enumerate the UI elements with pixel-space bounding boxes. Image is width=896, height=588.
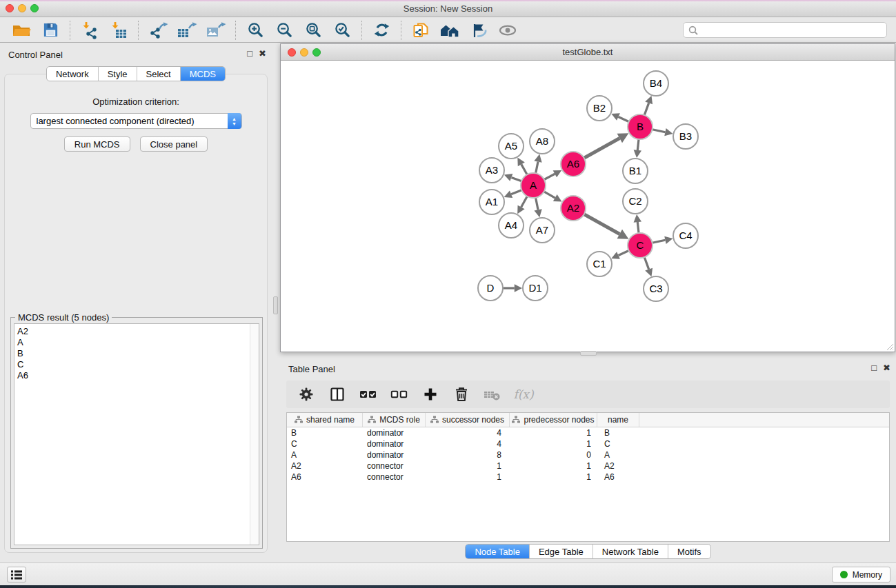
- graph-edge-C-C2[interactable]: [634, 214, 641, 233]
- cell-name[interactable]: A: [597, 450, 639, 460]
- graph-edge-A-A2[interactable]: [544, 192, 562, 202]
- resize-grip-icon[interactable]: [886, 343, 894, 351]
- tab-motifs[interactable]: Motifs: [668, 545, 710, 558]
- cell-predecessor-nodes[interactable]: 1: [510, 439, 597, 449]
- zoom-in-icon[interactable]: [241, 19, 270, 41]
- close-panel-icon[interactable]: ✖: [883, 363, 890, 373]
- graph-edge-A6-B[interactable]: [584, 133, 629, 158]
- graph-node-A2[interactable]: A2: [561, 196, 586, 221]
- graph-edge-A-A1[interactable]: [504, 190, 522, 198]
- graph-node-C[interactable]: C: [628, 233, 653, 258]
- graph-node-A4[interactable]: A4: [499, 213, 524, 238]
- column-header-name[interactable]: name: [597, 413, 639, 427]
- show-columns-icon[interactable]: [327, 384, 348, 405]
- delete-columns-icon[interactable]: [451, 384, 472, 405]
- graph-edge-A2-C[interactable]: [584, 214, 629, 239]
- cell-predecessor-nodes[interactable]: 1: [510, 472, 597, 482]
- eye-icon[interactable]: [493, 19, 522, 41]
- graph-edge-A-A5[interactable]: [517, 158, 527, 175]
- graph-node-A5[interactable]: A5: [499, 134, 524, 159]
- graph-edge-B-B3[interactable]: [653, 128, 673, 136]
- hide-flag-icon[interactable]: [464, 19, 493, 41]
- cell-shared-name[interactable]: A6: [287, 472, 363, 482]
- memory-button[interactable]: Memory: [832, 567, 890, 582]
- cell-successor-nodes[interactable]: 1: [426, 461, 510, 471]
- add-column-icon[interactable]: [420, 384, 441, 405]
- graph-node-C1[interactable]: C1: [587, 252, 612, 276]
- scrollbar-track[interactable]: [250, 324, 259, 545]
- horizontal-splitter-handle[interactable]: [580, 351, 597, 356]
- graph-edge-A-A4[interactable]: [517, 196, 527, 214]
- cell-predecessor-nodes[interactable]: 1: [510, 461, 597, 471]
- column-header-mcds-role[interactable]: MCDS role: [363, 413, 426, 427]
- select-all-icon[interactable]: [358, 384, 379, 405]
- close-panel-button[interactable]: Close panel: [140, 136, 208, 152]
- graph-edge-B-B2[interactable]: [611, 113, 628, 121]
- graph-node-D1[interactable]: D1: [523, 276, 548, 301]
- tab-select[interactable]: Select: [137, 67, 181, 81]
- cell-predecessor-nodes[interactable]: 1: [510, 428, 597, 438]
- column-header-shared-name[interactable]: shared name: [287, 413, 363, 427]
- graph-edge-B-B1[interactable]: [634, 139, 641, 158]
- graph-edge-B-B4[interactable]: [644, 96, 653, 115]
- column-header-predecessor-nodes[interactable]: predecessor nodes: [510, 413, 597, 427]
- table-row[interactable]: Adominator80A: [287, 449, 889, 460]
- cell-successor-nodes[interactable]: 1: [426, 472, 510, 482]
- cell-shared-name[interactable]: A: [287, 450, 363, 460]
- graph-edge-C-C1[interactable]: [611, 250, 628, 258]
- graph-node-A8[interactable]: A8: [530, 129, 555, 154]
- graph-edge-A-A6[interactable]: [544, 170, 561, 180]
- criterion-dropdown[interactable]: largest connected component (directed) ▲…: [30, 113, 242, 129]
- graph-node-C4[interactable]: C4: [673, 223, 698, 248]
- cell-successor-nodes[interactable]: 4: [426, 428, 510, 438]
- vertical-splitter-handle[interactable]: [273, 296, 278, 314]
- graph-node-B[interactable]: B: [628, 114, 653, 139]
- float-panel-icon[interactable]: □: [871, 363, 877, 373]
- cell-mcds-role[interactable]: dominator: [363, 450, 426, 460]
- tab-node-table[interactable]: Node Table: [466, 545, 530, 558]
- graph-node-B4[interactable]: B4: [644, 71, 668, 96]
- export-network-icon[interactable]: [143, 19, 172, 41]
- cell-shared-name[interactable]: C: [287, 439, 363, 449]
- table-row[interactable]: A6connector11A6: [287, 472, 889, 483]
- close-panel-icon[interactable]: ✖: [259, 48, 266, 59]
- result-item[interactable]: A: [14, 337, 259, 348]
- cell-mcds-role[interactable]: dominator: [363, 428, 426, 438]
- zoom-selected-icon[interactable]: [328, 19, 357, 41]
- tab-edge-table[interactable]: Edge Table: [530, 545, 593, 558]
- graph-edge-D-D1[interactable]: [503, 284, 522, 292]
- cell-mcds-role[interactable]: connector: [363, 472, 426, 482]
- tab-mcds[interactable]: MCDS: [181, 67, 225, 81]
- result-item[interactable]: C: [14, 359, 259, 370]
- graph-edge-A-A8[interactable]: [534, 154, 541, 174]
- clone-network-icon[interactable]: [406, 19, 435, 41]
- graph-node-A7[interactable]: A7: [530, 218, 555, 243]
- cell-name[interactable]: A2: [597, 461, 639, 471]
- cell-shared-name[interactable]: B: [287, 428, 363, 438]
- task-history-button[interactable]: [7, 567, 26, 582]
- network-graph-canvas[interactable]: AA1A3A5A8A4A7A6A2BB1B2B3B4CC1C2C3C4DD1: [281, 61, 895, 352]
- cell-name[interactable]: C: [597, 439, 639, 449]
- graph-node-B3[interactable]: B3: [673, 124, 698, 149]
- table-options-icon[interactable]: [296, 384, 317, 405]
- import-network-icon[interactable]: [75, 19, 104, 41]
- graph-edge-C-C3[interactable]: [644, 257, 653, 276]
- table-row[interactable]: Cdominator41C: [287, 438, 889, 449]
- graph-node-A3[interactable]: A3: [479, 158, 504, 183]
- graph-node-B1[interactable]: B1: [623, 159, 648, 183]
- graph-edge-A-A3[interactable]: [504, 174, 521, 181]
- graph-node-A6[interactable]: A6: [561, 152, 586, 176]
- save-session-icon[interactable]: [36, 19, 65, 41]
- result-item[interactable]: A6: [14, 370, 259, 381]
- graph-node-A1[interactable]: A1: [479, 190, 504, 214]
- export-table-icon[interactable]: [172, 19, 201, 41]
- search-input[interactable]: [701, 26, 886, 35]
- graph-node-D[interactable]: D: [478, 276, 503, 301]
- cell-predecessor-nodes[interactable]: 0: [510, 450, 597, 460]
- float-panel-icon[interactable]: □: [247, 48, 252, 59]
- tab-style[interactable]: Style: [99, 67, 137, 81]
- cell-mcds-role[interactable]: dominator: [363, 439, 426, 449]
- result-item[interactable]: A2: [14, 326, 259, 337]
- cell-name[interactable]: A6: [597, 472, 639, 482]
- tab-network[interactable]: Network: [47, 67, 99, 81]
